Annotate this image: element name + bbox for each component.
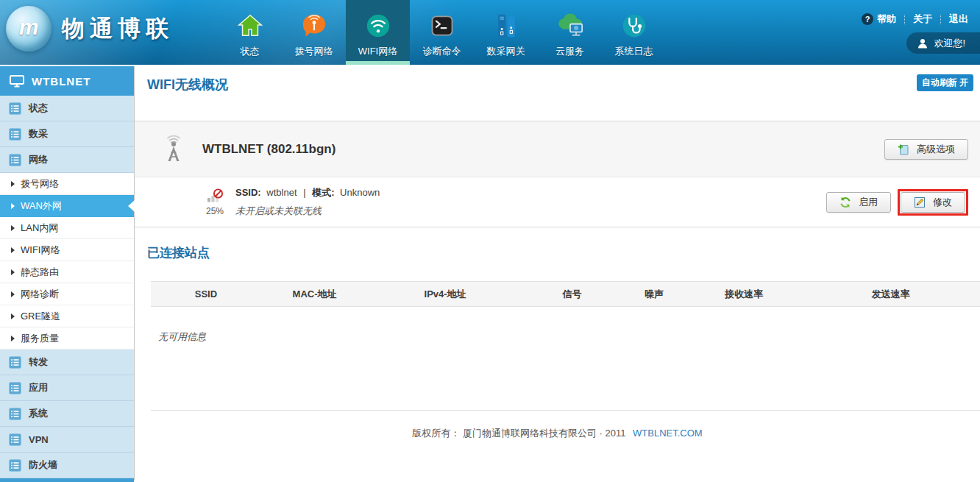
logo-text: 物通博联 xyxy=(62,13,174,44)
nav-tab-wifi-network[interactable]: WIFI网络 xyxy=(346,0,410,65)
list-icon xyxy=(9,459,21,472)
wifi-panel-header: WTBLNET (802.11bgn) 高级选项 xyxy=(135,121,980,177)
page-plus-icon xyxy=(898,143,909,155)
divider xyxy=(904,15,905,24)
top-nav: 状态 拨号网络 xyxy=(218,0,666,65)
sidebar-item-gre-tunnel[interactable]: GRE隧道 xyxy=(0,305,134,327)
sidebar-item-label: 状态 xyxy=(29,102,48,115)
antenna-icon xyxy=(161,135,186,164)
app-root: m 物通博联 状态 xyxy=(0,0,980,482)
footer-divider xyxy=(151,410,980,411)
logo-glyph: m xyxy=(19,15,39,40)
sidebar-item-label: GRE隧道 xyxy=(21,310,60,323)
ssid-label: SSID: xyxy=(235,187,261,198)
sidebar-item-vpn[interactable]: VPN xyxy=(0,427,134,453)
help-icon[interactable]: ? xyxy=(862,13,873,25)
nav-tab-diagnostic-command[interactable]: 诊断命令 xyxy=(410,0,474,65)
sidebar-item-wifi-network[interactable]: WIFI网络 xyxy=(0,239,134,261)
stations-section-title: 已连接站点 xyxy=(147,244,980,261)
sidebar-item-network[interactable]: 网络 xyxy=(0,147,134,173)
ssid-block: SSID: wtblnet | 模式: Unknown 未开启或未关联无线 xyxy=(235,186,380,218)
refresh-icon xyxy=(839,196,851,208)
sidebar-item-label: VPN xyxy=(29,434,49,445)
sidebar-item-applications[interactable]: 应用 xyxy=(0,375,134,401)
top-links: ? 帮助 关于 退出 xyxy=(862,13,968,26)
dial-network-icon xyxy=(300,10,328,41)
nav-label: 云服务 xyxy=(555,45,584,58)
list-icon xyxy=(9,102,21,115)
main-content: WIFI无线概况 自动刷新 开 xyxy=(135,66,980,481)
button-label: 修改 xyxy=(933,196,952,209)
sidebar-item-label: 应用 xyxy=(29,381,48,394)
monitor-icon xyxy=(10,75,24,88)
sidebar-item-system[interactable]: 系统 xyxy=(0,401,134,427)
sidebar-item-status[interactable]: 状态 xyxy=(0,96,134,121)
list-icon xyxy=(9,154,21,166)
triangle-bullet-icon xyxy=(11,203,15,209)
sidebar-item-label: 静态路由 xyxy=(21,266,59,279)
sidebar-header: WTBLNET xyxy=(0,66,134,96)
sidebar-item-label: 转发 xyxy=(29,355,48,369)
help-link[interactable]: 帮助 xyxy=(877,13,896,26)
no-signal-icon xyxy=(207,188,224,203)
triangle-bullet-icon xyxy=(11,291,15,297)
signal-block: 25% xyxy=(204,188,226,216)
nav-tab-dial-network[interactable]: 拨号网络 xyxy=(282,0,346,65)
wifi-panel-title: WTBLNET (802.11bgn) xyxy=(202,142,335,157)
list-icon xyxy=(9,128,21,141)
sidebar-item-label: 拨号网络 xyxy=(21,177,59,191)
page-title: WIFI无线概况 xyxy=(147,76,980,93)
nav-tab-data-gateway[interactable]: 数采网关 xyxy=(474,0,538,65)
advanced-options-button[interactable]: 高级选项 xyxy=(884,139,968,160)
table-header-row: SSID MAC-地址 IPv4-地址 信号 噪声 接收速率 发送速率 xyxy=(151,282,980,307)
highlight-red-box: 修改 xyxy=(898,189,968,216)
site-link[interactable]: WTBLNET.COM xyxy=(633,428,703,439)
triangle-bullet-icon xyxy=(11,181,15,187)
cloud-service-icon xyxy=(555,10,586,41)
sidebar-item-dial-network[interactable]: 拨号网络 xyxy=(0,173,134,195)
sidebar-partial-item xyxy=(0,478,134,482)
triangle-bullet-icon xyxy=(11,336,15,341)
sidebar-item-data-acquisition[interactable]: 数采 xyxy=(0,121,134,147)
auto-refresh-toggle[interactable]: 自动刷新 开 xyxy=(917,74,973,91)
sidebar-item-label: 网络诊断 xyxy=(21,288,59,301)
nav-tab-cloud-service[interactable]: 云服务 xyxy=(538,0,602,65)
modify-button[interactable]: 修改 xyxy=(901,192,965,213)
enable-button[interactable]: 启用 xyxy=(826,192,891,213)
about-link[interactable]: 关于 xyxy=(913,13,932,26)
nav-label: 系统日志 xyxy=(615,45,653,58)
sidebar-item-static-routes[interactable]: 静态路由 xyxy=(0,261,134,283)
sidebar-item-wan[interactable]: WAN外网 xyxy=(0,195,134,217)
list-icon xyxy=(9,433,21,446)
wifi-status-text: 未开启或未关联无线 xyxy=(235,205,380,218)
column-header-rx-rate: 接收速率 xyxy=(686,282,802,307)
sidebar-item-label: 系统 xyxy=(29,407,48,420)
sidebar-item-forwarding[interactable]: 转发 xyxy=(0,350,134,375)
top-header: m 物通博联 状态 xyxy=(0,0,980,65)
nav-tab-system-log[interactable]: 系统日志 xyxy=(602,0,666,65)
signal-percent: 25% xyxy=(206,206,224,216)
column-header-signal: 信号 xyxy=(522,282,622,307)
nav-label: 诊断命令 xyxy=(423,45,461,58)
sidebar-item-network-diagnosis[interactable]: 网络诊断 xyxy=(0,283,134,305)
ssid-line: SSID: wtblnet | 模式: Unknown xyxy=(235,186,380,199)
divider xyxy=(940,15,941,24)
sidebar-item-label: 网络 xyxy=(29,153,48,166)
nav-tab-status[interactable]: 状态 xyxy=(218,0,282,65)
mode-value: Unknown xyxy=(340,187,380,198)
separator: | xyxy=(303,187,305,198)
wifi-icon xyxy=(364,10,392,41)
sidebar-item-qos[interactable]: 服务质量 xyxy=(0,327,134,350)
list-icon xyxy=(9,382,21,394)
sidebar-item-lan[interactable]: LAN内网 xyxy=(0,217,134,239)
sidebar-item-label: 防火墙 xyxy=(29,458,57,472)
column-header-mac: MAC-地址 xyxy=(261,282,368,307)
sidebar-item-label: 数采 xyxy=(29,127,48,141)
triangle-bullet-icon xyxy=(11,225,15,231)
data-gateway-icon xyxy=(493,10,519,41)
nav-label: 状态 xyxy=(241,45,260,58)
logout-link[interactable]: 退出 xyxy=(949,13,968,26)
sidebar-item-firewall[interactable]: 防火墙 xyxy=(0,453,134,478)
sidebar-item-label: 服务质量 xyxy=(21,332,59,345)
wifi-status-row: 25% SSID: wtblnet | 模式: Unknown 未开启或未关联无… xyxy=(135,177,980,227)
